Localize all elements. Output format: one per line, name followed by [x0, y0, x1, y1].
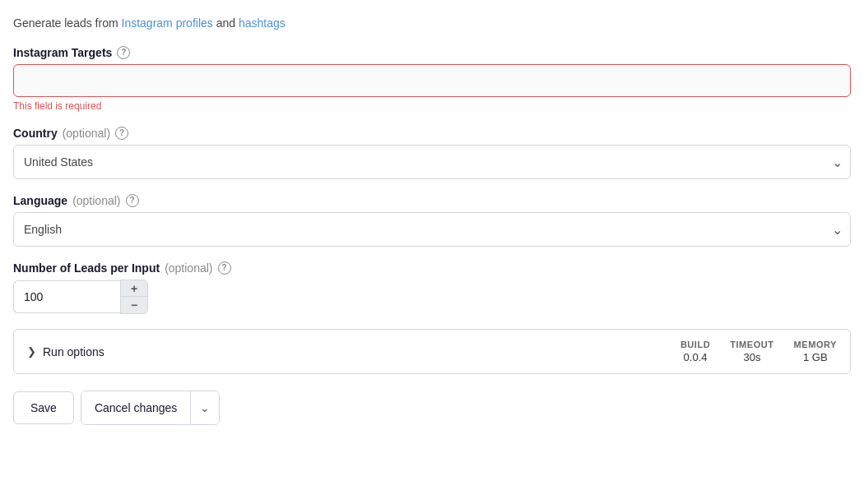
- run-options-bar: ❯ Run options BUILD 0.0.4 TIMEOUT 30s ME…: [13, 329, 851, 374]
- memory-value: 1 GB: [794, 351, 837, 363]
- build-value: 0.0.4: [681, 351, 710, 363]
- language-label: Language (optional) ?: [13, 194, 851, 207]
- country-group: Country (optional) ? United States Canad…: [13, 127, 851, 179]
- instagram-targets-input[interactable]: [13, 64, 851, 97]
- save-button[interactable]: Save: [13, 391, 74, 424]
- timeout-info: TIMEOUT 30s: [730, 340, 773, 363]
- leads-per-input-stepper: + −: [13, 280, 851, 314]
- country-help-icon[interactable]: ?: [115, 127, 128, 140]
- leads-per-input-label: Number of Leads per Input (optional) ?: [13, 261, 851, 275]
- run-options-chevron-icon: ❯: [27, 345, 36, 358]
- leads-per-input-field[interactable]: [13, 280, 120, 313]
- stepper-buttons: + −: [120, 280, 148, 314]
- cancel-group: Cancel changes ⌄: [81, 391, 220, 425]
- build-info: BUILD 0.0.4: [681, 340, 710, 363]
- memory-label: MEMORY: [794, 340, 837, 349]
- instagram-profiles-link[interactable]: Instagram profiles: [122, 16, 213, 30]
- hashtags-link[interactable]: hashtags: [239, 16, 286, 30]
- leads-per-input-help-icon[interactable]: ?: [218, 261, 231, 275]
- instagram-targets-help-icon[interactable]: ?: [117, 46, 130, 59]
- cancel-chevron-icon: ⌄: [200, 401, 210, 414]
- leads-per-input-group: Number of Leads per Input (optional) ? +…: [13, 261, 851, 314]
- country-select[interactable]: United States Canada United Kingdom Aust…: [13, 145, 851, 179]
- run-options-toggle[interactable]: ❯ Run options: [27, 345, 105, 358]
- timeout-value: 30s: [730, 351, 773, 363]
- build-label: BUILD: [681, 340, 710, 349]
- run-options-label: Run options: [43, 345, 105, 358]
- cancel-chevron-button[interactable]: ⌄: [191, 391, 219, 424]
- run-options-meta: BUILD 0.0.4 TIMEOUT 30s MEMORY 1 GB: [681, 340, 837, 363]
- language-select-wrapper: English Spanish French German Portuguese…: [13, 212, 851, 247]
- page-description: Generate leads from Instagram profiles a…: [13, 16, 851, 30]
- language-group: Language (optional) ? English Spanish Fr…: [13, 194, 851, 247]
- country-label: Country (optional) ?: [13, 127, 851, 140]
- instagram-targets-label: Instagram Targets ?: [13, 46, 851, 59]
- country-select-wrapper: United States Canada United Kingdom Aust…: [13, 145, 851, 179]
- decrement-button[interactable]: −: [121, 297, 147, 313]
- instagram-targets-error: This field is required: [13, 100, 851, 112]
- increment-button[interactable]: +: [121, 280, 147, 297]
- timeout-label: TIMEOUT: [730, 340, 773, 349]
- action-bar: Save Cancel changes ⌄: [13, 391, 851, 425]
- language-help-icon[interactable]: ?: [126, 194, 139, 207]
- language-select[interactable]: English Spanish French German Portuguese…: [13, 212, 851, 247]
- instagram-targets-group: Instagram Targets ? This field is requir…: [13, 46, 851, 112]
- memory-info: MEMORY 1 GB: [794, 340, 837, 363]
- cancel-button[interactable]: Cancel changes: [81, 391, 191, 424]
